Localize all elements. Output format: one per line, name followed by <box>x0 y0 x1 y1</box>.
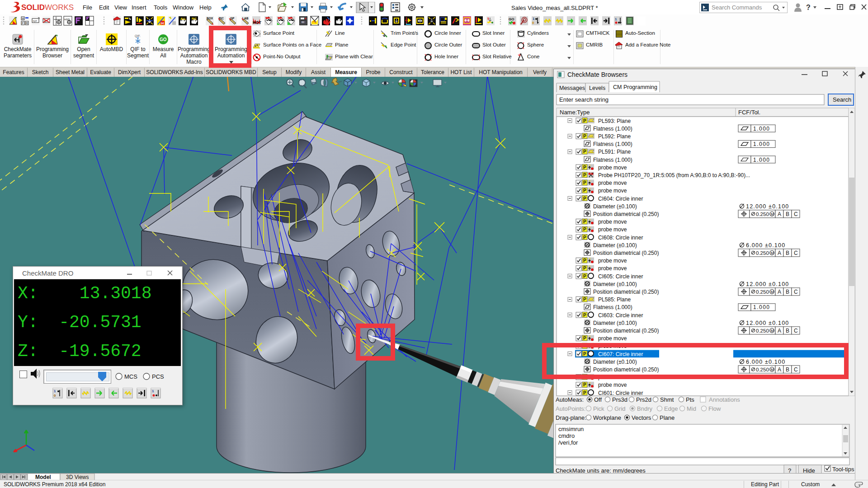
svg-text:AutoPoints:: AutoPoints: <box>556 405 586 412</box>
svg-text:Flatness (1.000): Flatness (1.000) <box>593 126 632 132</box>
svg-text:probe move: probe move <box>598 258 627 264</box>
svg-text:3D Views: 3D Views <box>66 474 89 480</box>
svg-text:CMTHICK: CMTHICK <box>586 30 610 36</box>
svg-text:1: 1 <box>615 17 617 21</box>
svg-text:PL592: Plane: PL592: Plane <box>598 133 631 140</box>
svg-text:HOT: HOT <box>253 20 262 25</box>
svg-text:Surface Points on a Face: Surface Points on a Face <box>263 42 321 47</box>
svg-text:Grid: Grid <box>614 405 626 412</box>
svg-text:Flatness (1.000): Flatness (1.000) <box>593 141 632 147</box>
svg-text:Circle Inner: Circle Inner <box>434 30 461 36</box>
svg-text:Probe PH10TP20_70_1R:5:005 (fr: Probe PH10TP20_70_1R:5:005 (from A:90,B:… <box>598 172 750 178</box>
svg-text:Cylinders: Cylinders <box>527 30 549 36</box>
svg-text:probe move: probe move <box>598 164 627 171</box>
svg-text:Position diametrical (0.250): Position diametrical (0.250) <box>593 289 659 295</box>
svg-text:Plane: Plane <box>660 414 675 421</box>
svg-text:Position diametrical (0.250): Position diametrical (0.250) <box>593 328 659 334</box>
svg-text:CI605: Circle inner: CI605: Circle inner <box>598 273 643 280</box>
svg-text:Model: Model <box>35 474 51 480</box>
svg-text:12.000 ±0.100: 12.000 ±0.100 <box>746 281 789 287</box>
svg-text:Position diametrical (0.250): Position diametrical (0.250) <box>593 211 659 217</box>
svg-text:Levels: Levels <box>589 85 605 91</box>
svg-text:Search: Search <box>833 96 851 103</box>
svg-text:FCF/Tol.: FCF/Tol. <box>738 109 760 116</box>
svg-text:Surface Point: Surface Point <box>263 30 295 36</box>
svg-text:Add a Feature Note: Add a Feature Note <box>625 42 670 47</box>
svg-text:Edge Point: Edge Point <box>391 42 416 47</box>
svg-text:Tool-tips: Tool-tips <box>832 466 854 473</box>
svg-text:Line: Line <box>335 30 345 36</box>
svg-text:Edge: Edge <box>664 405 678 412</box>
svg-text:xyz: xyz <box>33 19 37 22</box>
svg-text:PIC: PIC <box>192 17 197 20</box>
svg-text:Flatness (1.000): Flatness (1.000) <box>593 304 632 310</box>
svg-text:H: H <box>161 21 164 25</box>
svg-text:M: M <box>22 17 24 20</box>
svg-text:Workplane: Workplane <box>593 414 621 421</box>
svg-text:probe move: probe move <box>598 265 627 272</box>
svg-text:Plane: Plane <box>335 42 348 47</box>
svg-text:1: 1 <box>152 389 154 393</box>
svg-text:cmdro: cmdro <box>558 432 575 439</box>
svg-text:Sphere: Sphere <box>527 42 544 47</box>
svg-text:Enter search string: Enter search string <box>559 96 609 103</box>
svg-text:probe move: probe move <box>598 188 627 194</box>
svg-text:PL585: Plane: PL585: Plane <box>598 296 631 303</box>
svg-text:12.000 ±0.100: 12.000 ±0.100 <box>746 320 789 326</box>
svg-text:12.000 ±0.100: 12.000 ±0.100 <box>746 203 789 210</box>
svg-text:CI601: Circle inner: CI601: Circle inner <box>598 390 643 396</box>
svg-text:CheckMate Browsers: CheckMate Browsers <box>567 71 627 78</box>
svg-text:/veri,for: /veri,for <box>558 439 578 446</box>
svg-text:SOLIDWORKS: SOLIDWORKS <box>21 3 74 12</box>
svg-text:Diameter (±0.100): Diameter (±0.100) <box>593 203 637 210</box>
svg-text:Slot Outer: Slot Outer <box>482 42 506 47</box>
svg-text:QIF.: QIF. <box>135 34 141 38</box>
svg-text:Name:Type: Name:Type <box>560 109 590 116</box>
svg-text:ALL: ALL <box>180 17 186 20</box>
svg-text:Trim Point/s: Trim Point/s <box>391 30 418 36</box>
svg-text:PCS: PCS <box>152 373 164 380</box>
svg-text:Diameter (±0.100): Diameter (±0.100) <box>593 242 637 249</box>
svg-text:Pts: Pts <box>686 396 694 403</box>
svg-text:AutoMeas:: AutoMeas: <box>556 396 584 403</box>
svg-text:Auto-Section: Auto-Section <box>625 30 655 36</box>
svg-text:Position diametrical (0.250): Position diametrical (0.250) <box>593 250 659 256</box>
svg-text:Off: Off <box>594 396 602 403</box>
svg-text:probe move: probe move <box>598 219 627 225</box>
svg-text:Vectors: Vectors <box>632 414 651 421</box>
svg-text:CM Programming: CM Programming <box>613 84 657 90</box>
svg-text:0: 0 <box>532 21 534 25</box>
svg-text:Drag-plane:: Drag-plane: <box>556 414 586 421</box>
svg-text:PL593: Plane: PL593: Plane <box>598 118 631 124</box>
svg-text:PL591: Plane: PL591: Plane <box>598 149 631 155</box>
svg-text:?: ? <box>806 4 811 11</box>
svg-text:6.000 ±0.100: 6.000 ±0.100 <box>746 242 785 249</box>
svg-text:CMRIB: CMRIB <box>586 42 603 47</box>
svg-text:probe move: probe move <box>598 335 627 342</box>
svg-text:Hole Inner: Hole Inner <box>434 54 458 59</box>
svg-text:Prs3d: Prs3d <box>612 396 627 403</box>
svg-text:Prs2d: Prs2d <box>636 396 651 403</box>
svg-text:GO: GO <box>509 17 514 21</box>
svg-text:1: 1 <box>54 389 56 393</box>
svg-text:Flow: Flow <box>708 405 721 412</box>
svg-text:Cone: Cone <box>527 54 540 59</box>
svg-text:probe move: probe move <box>598 382 627 388</box>
svg-text:CI608: Circle inner: CI608: Circle inner <box>598 235 643 241</box>
svg-text:CI604: Circle inner: CI604: Circle inner <box>598 196 643 202</box>
svg-text:Circle Outer: Circle Outer <box>434 42 462 47</box>
svg-text:Plane with Clear: Plane with Clear <box>335 54 373 59</box>
svg-text:F: F <box>22 22 24 25</box>
svg-text:MCS: MCS <box>124 373 137 380</box>
svg-text:probe move: probe move <box>598 180 627 186</box>
svg-text:probe move: probe move <box>598 226 627 233</box>
svg-text:Diameter (±0.100): Diameter (±0.100) <box>593 281 637 287</box>
svg-text:Bndry: Bndry <box>637 405 652 412</box>
svg-text:Shmt: Shmt <box>660 396 674 403</box>
svg-text:CI603: Circle inner: CI603: Circle inner <box>598 312 643 319</box>
svg-text:00: 00 <box>302 21 304 23</box>
svg-text:Annotations: Annotations <box>709 396 740 403</box>
svg-text:R: R <box>26 22 28 25</box>
svg-text:cmsimrun: cmsimrun <box>558 426 584 432</box>
svg-text:GO: GO <box>160 37 167 42</box>
